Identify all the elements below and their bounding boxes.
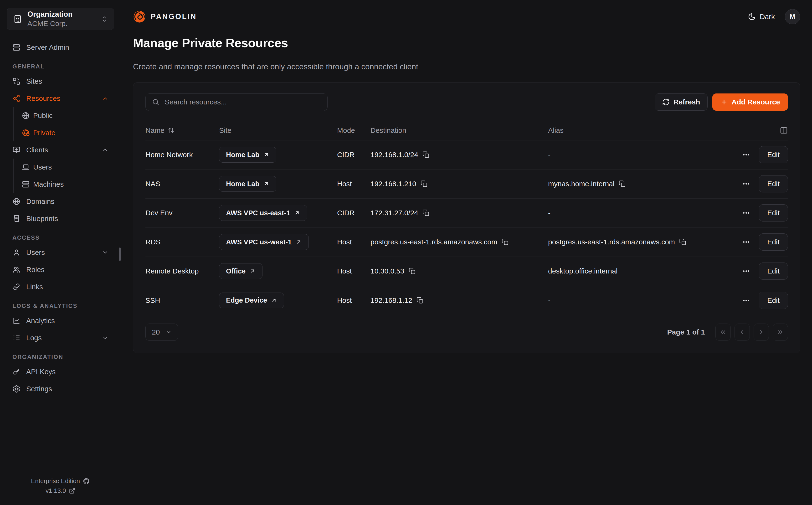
external-link-icon[interactable] — [69, 488, 75, 494]
sidebar-item-domains[interactable]: Domains — [7, 193, 114, 210]
first-page-button[interactable] — [716, 324, 731, 341]
column-toggle[interactable] — [731, 126, 788, 135]
sidebar-item-machines[interactable]: Machines — [14, 176, 114, 193]
laptop-icon — [22, 163, 30, 171]
row-menu-button[interactable] — [741, 207, 752, 218]
pangolin-logo-icon — [133, 10, 146, 23]
site-link-chip[interactable]: AWS VPC us-west-1 — [219, 234, 309, 250]
refresh-button[interactable]: Refresh — [655, 94, 707, 111]
copy-icon[interactable] — [409, 268, 416, 275]
column-header-name[interactable]: Name — [146, 126, 219, 135]
cell-destination: 192.168.1.210 — [371, 180, 548, 188]
chart-line-icon — [12, 317, 20, 325]
chevrons-up-down-icon — [101, 16, 108, 22]
pagination-controls: Page 1 of 1 — [667, 324, 788, 341]
monitor-up-icon — [12, 146, 20, 154]
cell-mode: CIDR — [337, 151, 371, 159]
users-icon — [12, 266, 20, 274]
sidebar-item-blueprints[interactable]: Blueprints — [7, 210, 114, 227]
last-page-button[interactable] — [773, 324, 788, 341]
sidebar-item-resources[interactable]: Resources — [7, 90, 114, 107]
sidebar-item-sites[interactable]: Sites — [7, 73, 114, 90]
page-size-select[interactable]: 20 — [146, 324, 178, 341]
gear-icon — [12, 385, 20, 393]
github-icon[interactable] — [83, 478, 90, 485]
row-menu-button[interactable] — [741, 236, 752, 247]
server-icon — [22, 180, 30, 188]
edit-button[interactable]: Edit — [759, 175, 788, 192]
edit-button[interactable]: Edit — [759, 146, 788, 163]
row-menu-button[interactable] — [741, 178, 752, 189]
version-label: v1.13.0 — [45, 487, 66, 495]
row-menu-button[interactable] — [741, 266, 752, 277]
site-link-chip[interactable]: Home Lab — [219, 147, 276, 163]
cell-destination: 192.168.1.12 — [371, 296, 548, 305]
sidebar-item-private[interactable]: Private — [14, 124, 114, 141]
edit-button[interactable]: Edit — [759, 292, 788, 309]
sidebar-item-label: Sites — [26, 77, 42, 86]
theme-toggle[interactable]: Dark — [748, 13, 775, 21]
sidebar-item-server-admin[interactable]: Server Admin — [7, 39, 114, 56]
sidebar: Organization ACME Corp. Server Admin — [0, 0, 121, 505]
user-icon — [12, 248, 20, 257]
sidebar-nav: Server Admin GENERAL Sites — [7, 39, 114, 397]
site-link-chip[interactable]: Home Lab — [219, 176, 276, 192]
table-row: Remote Desktop Office Host 10.30.0.53 de… — [146, 257, 788, 286]
sidebar-item-label: Logs — [26, 334, 42, 342]
previous-page-button[interactable] — [735, 324, 750, 341]
copy-icon[interactable] — [416, 297, 424, 304]
copy-icon[interactable] — [619, 180, 626, 187]
add-resource-button[interactable]: Add Resource — [713, 94, 788, 111]
copy-icon[interactable] — [422, 151, 430, 158]
cell-destination: postgres.us-east-1.rds.amazonaws.com — [371, 238, 548, 246]
avatar[interactable]: M — [785, 9, 800, 24]
cell-alias: - — [548, 209, 731, 217]
cell-alias: - — [548, 296, 731, 305]
page-title: Manage Private Resources — [133, 36, 800, 50]
sidebar-item-users[interactable]: Users — [7, 244, 114, 261]
theme-toggle-label: Dark — [760, 13, 775, 21]
section-label-organization: ORGANIZATION — [7, 354, 114, 360]
sidebar-item-api-keys[interactable]: API Keys — [7, 363, 114, 380]
cell-destination: 10.30.0.53 — [371, 267, 548, 275]
edition-label: Enterprise Edition — [31, 477, 80, 485]
sort-icon — [168, 127, 175, 134]
globe-lock-icon — [22, 129, 30, 137]
sidebar-item-clients[interactable]: Clients — [7, 141, 114, 159]
sidebar-item-label: Roles — [26, 266, 45, 274]
row-menu-button[interactable] — [741, 295, 752, 306]
globe-icon — [12, 197, 20, 205]
site-link-chip[interactable]: AWS VPC us-east-1 — [219, 205, 307, 221]
copy-icon[interactable] — [679, 238, 686, 245]
cell-name: Dev Env — [146, 209, 219, 217]
receipt-icon — [12, 214, 20, 223]
next-page-button[interactable] — [754, 324, 769, 341]
sidebar-item-roles[interactable]: Roles — [7, 261, 114, 278]
site-link-chip[interactable]: Office — [219, 263, 262, 279]
arrow-up-right-icon — [249, 268, 255, 274]
copy-icon[interactable] — [501, 238, 509, 245]
edit-button[interactable]: Edit — [759, 233, 788, 250]
sidebar-item-settings[interactable]: Settings — [7, 380, 114, 397]
page-size-value: 20 — [152, 328, 160, 336]
edit-button[interactable]: Edit — [759, 204, 788, 221]
row-menu-button[interactable] — [741, 149, 752, 160]
resources-subgroup: Public Private — [13, 107, 114, 141]
page-info: Page 1 of 1 — [667, 328, 705, 336]
sidebar-item-analytics[interactable]: Analytics — [7, 312, 114, 329]
site-link-chip[interactable]: Edge Device — [219, 293, 284, 308]
list-icon — [12, 334, 20, 342]
edit-button[interactable]: Edit — [759, 263, 788, 280]
server-icon — [12, 43, 20, 51]
cell-name: SSH — [146, 296, 219, 305]
org-selector[interactable]: Organization ACME Corp. — [7, 8, 114, 30]
sidebar-item-public[interactable]: Public — [14, 107, 114, 124]
search-input[interactable] — [164, 98, 321, 106]
sidebar-footer: Enterprise Edition v1.13.0 — [7, 475, 114, 495]
sidebar-scrollbar-thumb[interactable] — [119, 247, 121, 261]
sidebar-item-client-users[interactable]: Users — [14, 159, 114, 176]
copy-icon[interactable] — [422, 209, 430, 216]
copy-icon[interactable] — [421, 180, 428, 187]
sidebar-item-links[interactable]: Links — [7, 278, 114, 295]
sidebar-item-logs[interactable]: Logs — [7, 329, 114, 346]
